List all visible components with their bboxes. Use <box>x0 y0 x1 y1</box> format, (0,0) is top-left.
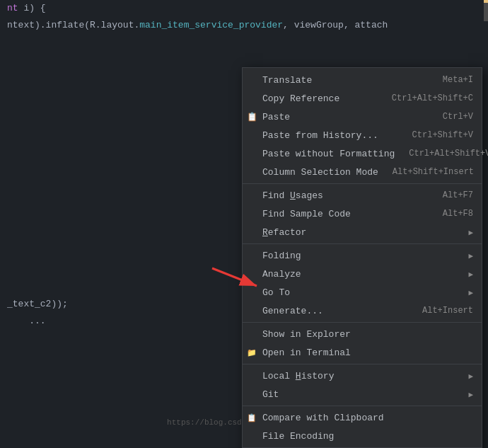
menu-label-show-in-explorer: Show in Explorer <box>262 329 473 340</box>
git-arrow-icon: ▶ <box>468 390 473 399</box>
menu-label-column-selection-mode: Column Selection Mode <box>262 167 378 178</box>
menu-item-local-history[interactable]: Local History ▶ <box>243 367 482 385</box>
menu-item-paste[interactable]: 📋 Paste Ctrl+V <box>243 108 482 126</box>
shortcut-paste: Ctrl+V <box>443 112 473 122</box>
menu-label-refactor: Refactor <box>262 227 468 238</box>
menu-label-local-history: Local History <box>262 371 468 381</box>
menu-label-open-in-terminal: Open in Terminal <box>262 348 473 358</box>
shortcut-paste-from-history: Ctrl+Shift+V <box>412 130 473 140</box>
menu-item-translate[interactable]: Translate Meta+I <box>243 71 482 89</box>
menu-label-find-usages: Find Usages <box>262 190 429 201</box>
refactor-arrow-icon: ▶ <box>468 228 473 237</box>
terminal-icon: 📁 <box>247 348 257 357</box>
menu-item-go-to[interactable]: Go To ▶ <box>243 283 482 301</box>
local-history-arrow-icon: ▶ <box>468 372 473 381</box>
compare-icon: 📋 <box>247 413 257 423</box>
paste-icon: 📋 <box>247 112 257 122</box>
separator-5 <box>243 406 482 406</box>
menu-label-copy-reference: Copy Reference <box>262 93 378 104</box>
separator-3 <box>243 322 482 323</box>
menu-item-compare-with-clipboard[interactable]: 📋 Compare with Clipboard <box>243 408 482 427</box>
menu-item-paste-without-formatting[interactable]: Paste without Formatting Ctrl+Alt+Shift+… <box>243 144 482 163</box>
menu-label-analyze: Analyze <box>262 269 468 280</box>
menu-item-analyze[interactable]: Analyze ▶ <box>243 265 482 283</box>
menu-label-compare-with-clipboard: Compare with Clipboard <box>262 413 473 423</box>
menu-item-find-usages[interactable]: Find Usages Alt+F7 <box>243 186 482 205</box>
analyze-arrow-icon: ▶ <box>468 270 473 279</box>
menu-item-paste-from-history[interactable]: Paste from History... Ctrl+Shift+V <box>243 126 482 144</box>
menu-item-folding[interactable]: Folding ▶ <box>243 246 482 265</box>
menu-label-file-encoding: File Encoding <box>262 431 473 442</box>
menu-item-column-selection-mode[interactable]: Column Selection Mode Alt+Shift+Insert <box>243 163 482 181</box>
folding-arrow-icon: ▶ <box>468 251 473 260</box>
menu-item-file-encoding[interactable]: File Encoding <box>243 427 482 445</box>
go-to-arrow-icon: ▶ <box>468 288 473 297</box>
shortcut-paste-without-formatting: Ctrl+Alt+Shift+V <box>409 149 488 159</box>
shortcut-copy-reference: Ctrl+Alt+Shift+C <box>392 93 473 103</box>
menu-label-paste: Paste <box>262 112 429 122</box>
menu-item-git[interactable]: Git ▶ <box>243 385 482 403</box>
menu-label-folding: Folding <box>262 251 468 261</box>
context-menu: Translate Meta+I Copy Reference Ctrl+Alt… <box>242 67 482 448</box>
separator-4 <box>243 364 482 364</box>
shortcut-column-selection-mode: Alt+Shift+Insert <box>393 167 474 177</box>
menu-item-show-in-explorer[interactable]: Show in Explorer <box>243 325 482 343</box>
menu-label-paste-from-history: Paste from History... <box>262 130 398 141</box>
shortcut-translate: Meta+I <box>443 75 473 85</box>
code-line-1: nt i) { <box>0 0 488 17</box>
menu-label-go-to: Go To <box>262 287 468 298</box>
menu-label-find-sample-code: Find Sample Code <box>262 209 429 219</box>
shortcut-find-usages: Alt+F7 <box>443 190 473 200</box>
menu-item-generate[interactable]: Generate... Alt+Insert <box>243 301 482 320</box>
menu-label-paste-without-formatting: Paste without Formatting <box>262 149 395 159</box>
separator-2 <box>243 243 482 244</box>
shortcut-generate: Alt+Insert <box>422 306 473 316</box>
menu-item-copy-reference[interactable]: Copy Reference Ctrl+Alt+Shift+C <box>243 89 482 108</box>
menu-label-git: Git <box>262 389 468 400</box>
menu-label-translate: Translate <box>262 75 429 86</box>
code-line-2: ntext).inflate(R.layout.main_item_servic… <box>0 17 488 34</box>
separator-1 <box>243 183 482 184</box>
shortcut-find-sample-code: Alt+F8 <box>443 209 473 219</box>
menu-item-refactor[interactable]: Refactor ▶ <box>243 223 482 241</box>
menu-item-find-sample-code[interactable]: Find Sample Code Alt+F8 <box>243 205 482 223</box>
scrollbar-highlight <box>484 0 488 3</box>
scrollbar[interactable] <box>484 0 488 448</box>
menu-label-generate: Generate... <box>262 306 408 316</box>
scrollbar-thumb[interactable] <box>484 0 488 21</box>
menu-item-open-in-terminal[interactable]: 📁 Open in Terminal <box>243 343 482 362</box>
